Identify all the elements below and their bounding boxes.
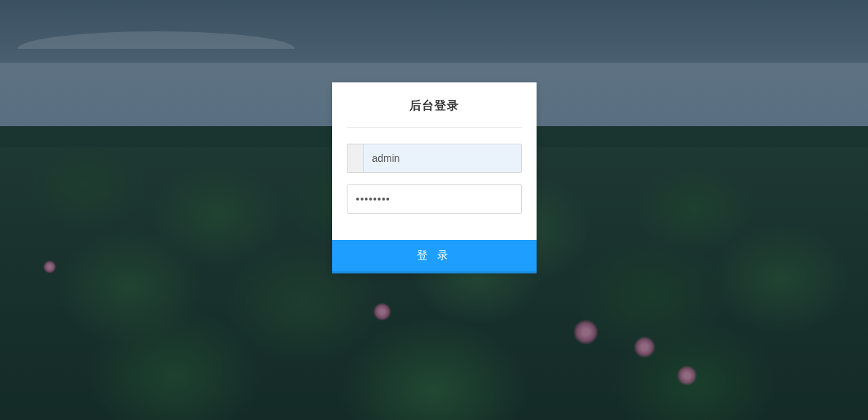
login-panel: 后台登录 登 录 <box>332 82 537 273</box>
username-prefix-icon <box>347 144 363 173</box>
password-group <box>347 184 522 214</box>
username-input[interactable] <box>363 144 522 173</box>
username-group <box>347 144 522 173</box>
password-input[interactable] <box>347 184 522 214</box>
login-header: 后台登录 <box>332 82 537 127</box>
login-form <box>332 128 537 240</box>
login-title: 后台登录 <box>347 98 522 114</box>
login-button[interactable]: 登 录 <box>332 240 537 273</box>
